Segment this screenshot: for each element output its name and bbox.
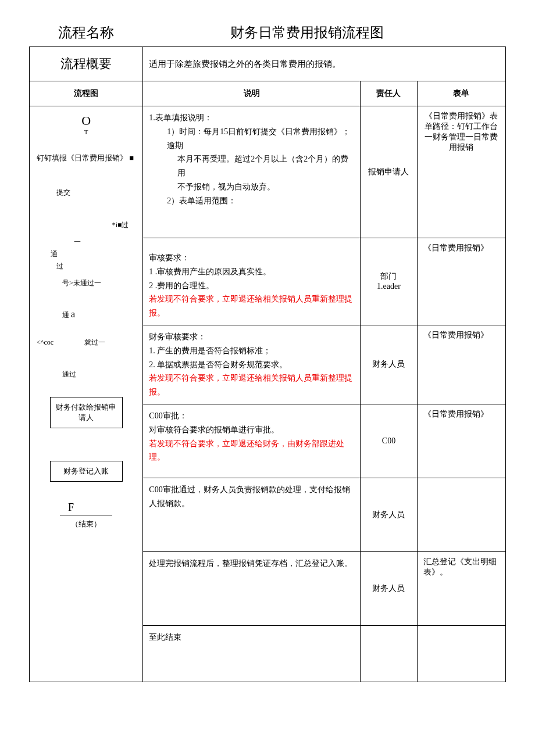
row4-desc: C00审批： 对审核符合要求的报销单进行审批。 若发现不符合要求，立即退还给财务… <box>143 404 361 478</box>
flowchart-cell: O T 钉钉填报《日常费用报销》 ■ 提交 *i■过 一 通 过 号>未通过一 … <box>30 106 143 682</box>
row7-form <box>417 625 505 682</box>
page-title: 财务日常费用报销流程图 <box>230 23 384 42</box>
r1-l1: 1）时间：每月15日前钉钉提交《日常费用报销》；逾期 <box>167 125 354 153</box>
flow-submit: 提交 <box>33 188 139 198</box>
row6-resp: 财务人员 <box>361 551 417 625</box>
r6-l0: 处理完报销流程后，整理报销凭证存档，汇总登记入账。 <box>149 557 354 571</box>
r1-l3: 不予报销，视为自动放弃。 <box>177 180 354 194</box>
row2-desc: 审核要求： 1 .审核费用产生的原因及真实性。 2 .费用的合理性。 若发现不符… <box>143 238 361 325</box>
row5-desc: C00审批通过，财务人员负责报销款的处理，支付给报销人报销款。 <box>143 478 361 551</box>
row5-resp: 财务人员 <box>361 478 417 551</box>
r2-l0: 审核要求： <box>149 251 354 265</box>
r3-l3: 若发现不符合要求，立即退还给相关报销人员重新整理提报。 <box>149 371 354 399</box>
col-header-flow: 流程图 <box>30 81 143 106</box>
r1-l0: 1.表单填报说明： <box>149 111 354 125</box>
row7-resp <box>361 625 417 682</box>
process-name-label: 流程名称 <box>58 23 114 42</box>
flow-start-icon: O <box>33 113 139 128</box>
flow-pay-box: 财务付款给报销申请人 <box>50 397 123 428</box>
flow-end: （结束） <box>33 519 139 529</box>
col-header-desc: 说明 <box>143 81 361 106</box>
overview-value: 适用于除差旅费报销之外的各类日常费用的报销。 <box>143 47 506 81</box>
flow-f-mark: F <box>33 501 139 514</box>
row5-form <box>417 478 505 551</box>
flow-coc: <^coc <box>37 338 54 346</box>
flow-fill-form: 钉钉填报《日常费用报销》 <box>37 153 127 162</box>
r3-l1: 1. 产生的费用是否符合报销标准； <box>149 344 354 358</box>
row4-form: 《日常费用报销》 <box>417 404 505 478</box>
flow-pass-small: 过 <box>122 221 129 229</box>
r1-l4: 2）表单适用范围： <box>167 194 354 208</box>
flow-a-letter: a <box>71 309 75 319</box>
row1-resp: 报销申请人 <box>361 106 417 238</box>
r4-l2: 若发现不符合要求，立即退还给财务，由财务部跟进处理。 <box>149 437 354 465</box>
row3-desc: 财务审核要求： 1. 产生的费用是否符合报销标准； 2. 单据或票据是否符合财务… <box>143 325 361 404</box>
col-header-form: 表单 <box>417 81 505 106</box>
row6-form: 汇总登记《支出明细表》。 <box>417 551 505 625</box>
r1-l2: 本月不再受理。超过2个月以上（含2个月）的费用 <box>177 152 354 180</box>
flow-pass1b: 过 <box>33 261 139 271</box>
r2-l3: 若发现不符合要求，立即退还给相关报销人员重新整理提报。 <box>149 292 354 320</box>
flow-just-pass: 就过一 <box>84 338 105 346</box>
row1-desc: 1.表单填报说明： 1）时间：每月15日前钉钉提交《日常费用报销》；逾期 本月不… <box>143 106 361 238</box>
row6-desc: 处理完报销流程后，整理报销凭证存档，汇总登记入账。 <box>143 551 361 625</box>
row2-resp: 部门 1.eader <box>361 238 417 325</box>
flow-square-icon: ■ <box>129 153 134 162</box>
row4-resp: C00 <box>361 404 417 478</box>
flow-star-i: *i <box>112 221 117 229</box>
col-header-resp: 责任人 <box>361 81 417 106</box>
process-table: 流程概要 适用于除差旅费报销之外的各类日常费用的报销。 流程图 说明 责任人 表… <box>29 46 506 682</box>
row1-form: 《日常费用报销》表单路径：钉钉工作台一财务管理一日常费用报销 <box>417 106 505 238</box>
flow-t-mark: T <box>33 128 139 135</box>
r4-l0: C00审批： <box>149 409 354 423</box>
r5-l0: C00审批通过，财务人员负责报销款的处理，支付给报销人报销款。 <box>149 483 354 511</box>
flow-tong-a: 通 <box>62 311 69 319</box>
row3-resp: 财务人员 <box>361 325 417 404</box>
flow-register-box: 财务登记入账 <box>50 461 123 482</box>
row7-desc: 至此结束 <box>143 625 361 682</box>
r3-l2: 2. 单据或票据是否符合财务规范要求。 <box>149 358 354 372</box>
flow-not-pass: 号>未通过一 <box>33 278 139 288</box>
r2-l1: 1 .审核费用产生的原因及真实性。 <box>149 265 354 279</box>
flow-pass1: 通 <box>33 249 139 259</box>
r2-l2: 2 .费用的合理性。 <box>149 279 354 293</box>
overview-label: 流程概要 <box>30 47 143 81</box>
r4-l1: 对审核符合要求的报销单进行审批。 <box>149 423 354 437</box>
row2-form: 《日常费用报销》 <box>417 238 505 325</box>
page-header: 流程名称 财务日常费用报销流程图 <box>29 23 506 42</box>
flow-dash: 一 <box>33 237 139 247</box>
row3-form: 《日常费用报销》 <box>417 325 505 404</box>
r3-l0: 财务审核要求： <box>149 330 354 344</box>
flow-pass2: 通过 <box>33 370 139 379</box>
r7-l0: 至此结束 <box>149 630 354 644</box>
